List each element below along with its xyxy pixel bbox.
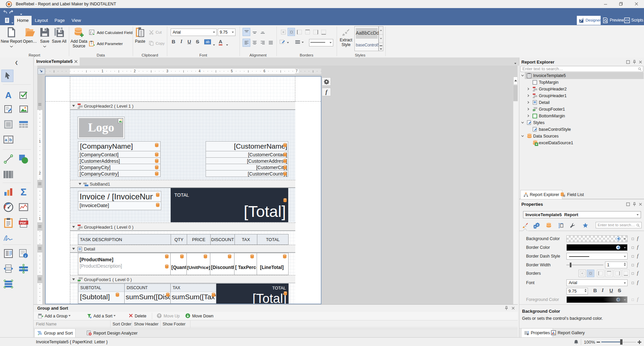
- svg-text:b: b: [9, 137, 12, 142]
- svg-text:PDF: PDF: [20, 221, 27, 225]
- svg-text:?: ?: [90, 42, 92, 45]
- svg-text:a: a: [5, 137, 7, 142]
- svg-text:i: i: [25, 254, 26, 258]
